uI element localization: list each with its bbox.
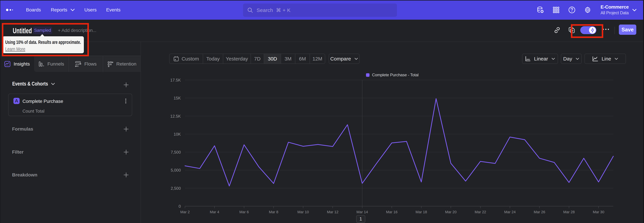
chevron-down-icon — [552, 58, 555, 60]
legend-label: Complete Purchase - Total — [372, 73, 418, 77]
compare-label: Compare — [330, 56, 351, 62]
report-title[interactable]: Untitled — [13, 26, 32, 35]
nav-item-events[interactable]: Events — [106, 0, 120, 20]
date-range-12m[interactable]: 12M — [310, 54, 325, 64]
top-nav-bar: Boards Reports Users Events Search ⌘ + K — [0, 0, 644, 20]
nav-item-boards[interactable]: Boards — [26, 0, 41, 20]
chevron-down-icon — [576, 58, 579, 60]
tab-label: Funnels — [48, 61, 64, 67]
sampled-badge[interactable]: Sampled — [33, 27, 52, 34]
y-axis-label: 2,500 — [171, 186, 181, 191]
project-switcher[interactable]: E-Commerce All Project Data — [600, 4, 629, 16]
logo-dot-icon — [10, 9, 11, 11]
y-axis-label: 12.5K — [170, 114, 181, 119]
pagination-page-1[interactable]: 1 — [356, 215, 365, 223]
sampling-tooltip: Using 10% of data. Results are approxima… — [2, 36, 84, 53]
add-filter-button[interactable] — [121, 147, 131, 157]
save-button[interactable]: Save — [619, 25, 636, 35]
apps-grid-icon[interactable] — [548, 7, 564, 13]
y-axis-label: 17.5K — [170, 78, 181, 82]
sampling-toggle[interactable] — [580, 26, 596, 34]
data-management-icon[interactable] — [532, 6, 548, 14]
nav-item-label: Users — [84, 7, 96, 13]
chevron-down-icon — [614, 58, 618, 60]
x-axis-label: Mar 22 — [474, 210, 486, 214]
lightning-bolt-icon — [591, 28, 594, 33]
nav-item-label: Boards — [26, 7, 41, 13]
tab-retention[interactable]: Retention — [103, 56, 140, 72]
x-axis-label: Mar 12 — [327, 210, 338, 214]
search-icon — [247, 7, 253, 13]
tab-funnels[interactable]: Funnels — [34, 56, 68, 72]
events-cohorts-toggle[interactable]: Events & Cohorts — [12, 81, 55, 87]
nav-item-users[interactable]: Users — [84, 0, 96, 20]
add-breakdown-button[interactable] — [121, 170, 131, 180]
x-axis-label: Mar 8 — [269, 210, 278, 214]
x-axis-label: Mar 26 — [534, 210, 545, 214]
project-scope: All Project Data — [600, 10, 629, 16]
interval-label: Day — [563, 56, 572, 62]
date-range-today[interactable]: Today — [203, 54, 223, 64]
formulas-label: Formulas — [12, 126, 33, 132]
legend-swatch — [366, 73, 370, 77]
interval-select[interactable]: Day — [561, 54, 582, 64]
y-axis-label: 15K — [174, 96, 181, 100]
tooltip-text: Using 10% of data. Results are approxima… — [5, 39, 81, 45]
report-header: Untitled Sampled + Add description... Sa… — [0, 20, 644, 42]
help-icon[interactable] — [564, 6, 580, 14]
calendar-icon — [174, 56, 179, 61]
settings-gear-icon[interactable] — [580, 6, 596, 14]
more-options-button[interactable] — [603, 29, 609, 30]
learn-more-link[interactable]: Learn More — [5, 46, 25, 52]
formulas-section: Formulas — [0, 124, 141, 134]
events-cohorts-header: Events & Cohorts — [0, 80, 141, 90]
date-range-7d[interactable]: 7D — [250, 54, 264, 64]
inactive-tabs: Funnels Flows — [34, 56, 140, 72]
chevron-down-icon — [70, 9, 75, 11]
x-axis-label: Mar 14 — [356, 210, 368, 214]
copy-icon[interactable] — [568, 27, 575, 33]
date-range-30d[interactable]: 30D — [264, 54, 281, 64]
date-range-custom[interactable]: Custom — [170, 54, 203, 64]
event-options-button[interactable] — [125, 99, 126, 103]
add-event-button[interactable] — [121, 80, 131, 90]
logo-dot-icon — [6, 9, 8, 11]
date-range-3m[interactable]: 3M — [281, 54, 295, 64]
date-range-label: Today — [206, 56, 220, 62]
event-name[interactable]: Complete Purchase — [22, 99, 63, 104]
chart-type-select[interactable]: Line — [584, 54, 626, 64]
y-axis-label: 5,000 — [171, 168, 181, 172]
plus-icon — [124, 126, 129, 132]
funnels-icon — [38, 61, 44, 67]
y-axis-label: 0 — [178, 204, 181, 208]
toggle-knob — [589, 27, 596, 34]
x-axis-label: Mar 2 — [180, 210, 190, 214]
scale-select[interactable]: Linear — [522, 54, 558, 64]
date-range-label: Custom — [182, 56, 199, 62]
filter-section: Filter — [0, 147, 141, 157]
add-description-button[interactable]: + Add description... — [58, 28, 96, 33]
nav-item-reports[interactable]: Reports — [51, 0, 75, 20]
mixpanel-logo[interactable] — [6, 8, 16, 13]
event-card[interactable]: A Complete Purchase Count Total — [8, 94, 132, 116]
query-builder-panel: Funnels Flows — [0, 42, 141, 223]
chart-legend[interactable]: Complete Purchase - Total — [366, 73, 418, 77]
tab-label: Insights — [14, 61, 30, 67]
plus-icon — [124, 172, 129, 178]
breakdown-section: Breakdown — [0, 170, 141, 180]
event-metric[interactable]: Count Total — [22, 108, 44, 114]
line-chart-icon — [592, 56, 598, 62]
tab-insights[interactable]: Insights — [0, 56, 34, 72]
copy-link-icon[interactable] — [554, 27, 560, 33]
date-range-yesterday[interactable]: Yesterday — [223, 54, 250, 64]
tab-flows[interactable]: Flows — [68, 56, 103, 72]
add-formula-button[interactable] — [121, 124, 131, 134]
date-range-label: Yesterday — [226, 56, 248, 62]
filter-label: Filter — [12, 149, 24, 155]
compare-button[interactable]: Compare — [329, 54, 360, 64]
nav-utility-icons — [532, 0, 596, 20]
breakdown-label: Breakdown — [12, 172, 38, 178]
date-range-label: 30D — [268, 56, 277, 62]
search-input[interactable]: Search ⌘ + K — [243, 4, 397, 17]
date-range-6m[interactable]: 6M — [295, 54, 310, 64]
